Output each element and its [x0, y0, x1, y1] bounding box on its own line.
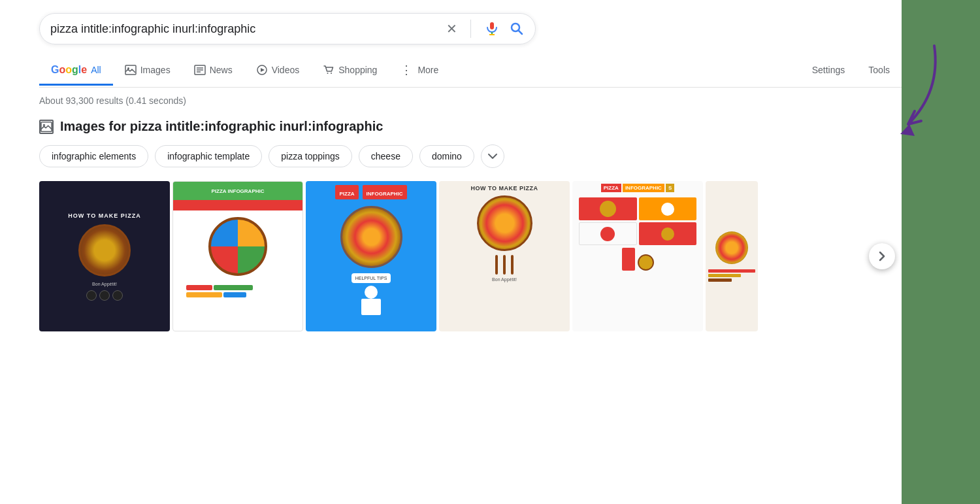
tab-videos[interactable]: Videos — [244, 57, 312, 85]
tab-more-label: More — [417, 65, 438, 75]
images-section-title: Images for pizza intitle:infographic inu… — [60, 119, 383, 134]
svg-point-13 — [327, 73, 329, 74]
img1-pizza — [78, 224, 131, 277]
img1-title: HOW TO MAKE PIZZA — [68, 212, 140, 219]
google-q-icon: Google — [51, 64, 87, 76]
filter-chips: infographic elements infographic templat… — [39, 144, 902, 168]
img2-bars — [186, 285, 289, 297]
img4-title: HOW TO MAKE PIZZA — [471, 185, 538, 192]
tab-videos-label: Videos — [272, 65, 300, 75]
video-tab-icon — [256, 65, 268, 75]
images-section-header: Images for pizza intitle:infographic inu… — [39, 119, 902, 134]
right-panel — [902, 0, 980, 504]
filter-chip-1[interactable]: infographic template — [155, 145, 262, 167]
shopping-tab-icon — [323, 65, 335, 75]
search-submit-icon[interactable] — [509, 21, 525, 37]
search-icons: ✕ — [446, 20, 525, 38]
nav-tabs: Google All Images News — [39, 55, 902, 88]
gallery-item-3[interactable]: HOW TO MAKE PIZZA Bon Appétit! — [439, 181, 570, 331]
tab-news-label: News — [210, 65, 233, 75]
tab-shopping[interactable]: Shopping — [311, 57, 389, 85]
img2-pizza — [208, 217, 267, 276]
filter-chip-0[interactable]: infographic elements — [39, 145, 148, 167]
img2-red-bar — [173, 200, 302, 210]
img5-bottom — [622, 248, 654, 271]
filter-chip-2[interactable]: pizza toppings — [269, 145, 352, 167]
divider — [470, 20, 471, 38]
img3-left-bar: PIZZA — [335, 185, 358, 199]
img6-bars — [708, 269, 755, 282]
gallery-item-2[interactable]: PIZZA INFOGRAPHIC HELPFUL TIPS — [306, 181, 436, 331]
search-bar-area: ✕ — [39, 13, 902, 44]
svg-marker-12 — [261, 68, 265, 72]
gallery-item-0[interactable]: HOW TO MAKE PIZZA Bon Appétit! — [39, 181, 170, 331]
img1-icons — [86, 290, 123, 301]
img3-right-bar: INFOGRAPHIC — [363, 185, 407, 199]
image-gallery: HOW TO MAKE PIZZA Bon Appétit! PIZZA INF… — [39, 181, 902, 331]
tab-all-label: All — [91, 65, 101, 75]
img3-chef — [361, 286, 381, 315]
filter-chip-3[interactable]: cheese — [359, 145, 413, 167]
settings-link[interactable]: Settings — [800, 57, 857, 85]
svg-line-4 — [519, 31, 523, 35]
img1-footer: Bon Appétit! — [92, 282, 117, 286]
tab-shopping-label: Shopping — [338, 65, 377, 75]
tab-more[interactable]: ⋮ More — [389, 55, 450, 87]
expand-chips-button[interactable] — [481, 144, 504, 168]
clear-icon[interactable]: ✕ — [446, 21, 457, 37]
more-dots-icon: ⋮ — [400, 63, 414, 77]
tab-all[interactable]: Google All — [39, 56, 113, 86]
images-header-icon — [39, 120, 54, 134]
mic-icon[interactable] — [484, 21, 500, 37]
arrow-annotation — [875, 39, 947, 144]
img5-top: PIZZA INFOGRAPHIC S — [601, 184, 674, 192]
gallery-next-button[interactable] — [869, 243, 895, 269]
news-tab-icon — [194, 65, 206, 75]
img5-block-s: S — [666, 184, 674, 192]
img5-block-infographic: INFOGRAPHIC — [623, 184, 664, 192]
img5-block-pizza: PIZZA — [601, 184, 621, 192]
img5-grid — [579, 197, 696, 245]
filter-chip-4[interactable]: domino — [419, 145, 474, 167]
img2-header-text: PIZZA INFOGRAPHIC — [211, 188, 264, 194]
results-count: About 93,300 results (0.41 seconds) — [39, 95, 902, 106]
img3-top: PIZZA INFOGRAPHIC — [335, 185, 406, 199]
img3-callout: HELPFUL TIPS — [351, 273, 391, 283]
gallery-item-1[interactable]: PIZZA INFOGRAPHIC — [172, 181, 303, 331]
search-bar: ✕ — [39, 13, 536, 44]
img4-utensils — [495, 255, 514, 275]
svg-marker-17 — [900, 124, 915, 136]
img4-pizza — [477, 195, 532, 251]
svg-rect-0 — [490, 22, 494, 29]
image-tab-icon — [125, 65, 137, 75]
gallery-item-4[interactable]: PIZZA INFOGRAPHIC S — [572, 181, 703, 331]
img2-header: PIZZA INFOGRAPHIC — [173, 182, 302, 200]
search-input[interactable] — [50, 22, 438, 36]
main-content: ✕ Google Al — [0, 0, 902, 504]
gallery-item-5[interactable] — [706, 181, 758, 331]
tab-images-label: Images — [140, 65, 171, 75]
img3-pizza — [340, 206, 402, 268]
img4-footer: Bon Appétit! — [492, 277, 517, 282]
img6-content — [706, 181, 758, 331]
tab-news[interactable]: News — [182, 57, 244, 85]
svg-point-14 — [331, 73, 332, 74]
tab-images[interactable]: Images — [113, 57, 182, 85]
